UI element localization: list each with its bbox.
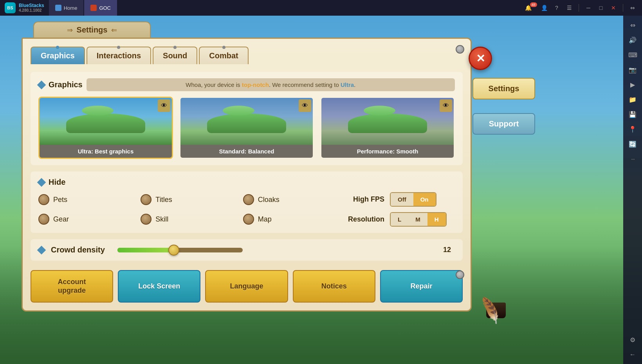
sidebar-record-icon[interactable]: ▶ — [626, 78, 639, 91]
density-slider-thumb[interactable] — [168, 245, 179, 256]
help-btn[interactable]: ? — [552, 3, 561, 13]
notices-button[interactable]: Notices — [293, 270, 375, 303]
panel-support-button[interactable]: Support — [472, 113, 535, 135]
tab-sound[interactable]: Sound — [153, 47, 197, 64]
home-favicon — [55, 5, 61, 11]
hide-option-gear: Gear — [38, 212, 141, 227]
close-button[interactable]: ✕ — [469, 47, 492, 70]
preset-standard[interactable]: 👁 Standard: Balanced — [179, 97, 314, 159]
fps-resolution-controls: High FPS Off On Resolution L M H — [345, 192, 455, 227]
hide-option-map: Map — [243, 212, 345, 227]
radio-gear[interactable] — [38, 214, 49, 225]
density-slider-container — [117, 246, 437, 254]
repair-button[interactable]: Repair — [380, 270, 463, 303]
preset-ultra[interactable]: 👁 Ultra: Best graphics — [38, 97, 173, 159]
tab-combat[interactable]: Combat — [199, 47, 248, 64]
tab-graphics[interactable]: Graphics — [31, 47, 85, 64]
resolution-h-btn[interactable]: H — [427, 213, 446, 226]
diamond-icon-hide — [37, 178, 46, 187]
right-sidebar: ⇔ 🔊 ⌨ 📷 ▶ 📁 💾 📍 🔄 ··· ⚙ ← — [623, 16, 642, 364]
hide-label-gear: Gear — [53, 215, 69, 223]
titlebar: BS BlueStacks 4.280.1.1002 Home GOC 🔔48 … — [0, 0, 642, 16]
island-performance — [348, 114, 427, 133]
settings-title: Settings — [77, 25, 108, 34]
sidebar-save-icon[interactable]: 💾 — [626, 108, 639, 121]
lock-screen-button[interactable]: Lock Screen — [118, 270, 200, 303]
sidebar-location-icon[interactable]: 📍 — [626, 123, 639, 135]
resolution-label: Resolution — [345, 215, 384, 223]
hide-option-cloaks: Cloaks — [243, 192, 345, 207]
account-upgrade-button[interactable]: Accountupgrade — [31, 270, 113, 303]
preview-icon-ultra: 👁 — [158, 99, 170, 112]
sidebar-volume-icon[interactable]: 🔊 — [626, 34, 639, 46]
resolution-m-btn[interactable]: M — [408, 213, 427, 226]
sidebar-rotate-icon[interactable]: 🔄 — [626, 138, 639, 150]
language-button[interactable]: Language — [205, 270, 288, 303]
fps-on-btn[interactable]: On — [413, 193, 436, 206]
tab-dot-graphics — [56, 46, 59, 49]
resolution-toggle-group: L M H — [390, 212, 447, 227]
graphics-section-title: Graphics — [49, 80, 83, 89]
tab-interactions[interactable]: Interactions — [87, 47, 151, 64]
header-arrow-right: ⇐ — [111, 26, 117, 34]
hide-label-pets: Pets — [53, 196, 67, 204]
window-close-btn[interactable]: ✕ — [609, 3, 618, 13]
tab-dot-sound — [173, 46, 177, 49]
preset-performance[interactable]: 👁 Performance: Smooth — [320, 97, 455, 159]
sidebar-folder-icon[interactable]: 📁 — [626, 93, 639, 106]
preview-icon-standard: 👁 — [299, 99, 311, 112]
sidebar-settings-icon[interactable]: ⚙ — [626, 333, 639, 346]
hide-label-cloaks: Cloaks — [258, 196, 280, 204]
hide-label-skill: Skill — [155, 215, 168, 223]
density-slider-track — [117, 248, 243, 252]
resolution-l-btn[interactable]: L — [391, 213, 408, 226]
sidebar-expand-icon[interactable]: ⇔ — [626, 19, 639, 31]
panel-pin-bottom-right — [456, 270, 464, 279]
maximize-btn[interactable]: □ — [596, 3, 606, 13]
app-logo: BS BlueStacks 4.280.1.1002 — [0, 2, 49, 13]
hide-option-skill: Skill — [141, 212, 243, 227]
menu-btn[interactable]: ☰ — [564, 3, 574, 13]
settings-area: ⇒ Settings ⇐ ✕ Graphics Interactions Sou… — [22, 22, 472, 312]
hide-option-titles: Titles — [141, 192, 243, 207]
account-upgrade-label: Accountupgrade — [58, 278, 86, 294]
presets-row: 👁 Ultra: Best graphics 👁 Standard: Balan… — [38, 97, 455, 159]
recommendation-banner: Whoa, your device is top-notch. We recom… — [87, 78, 455, 91]
density-row: Crowd density 12 — [38, 245, 455, 254]
app-version: 4.280.1.1002 — [19, 8, 44, 13]
resolution-row: Resolution L M H — [345, 212, 455, 227]
hide-content: Pets Titles Cloaks Gear — [38, 192, 455, 227]
tab-home-label: Home — [64, 5, 78, 11]
settings-header: ⇒ Settings ⇐ — [33, 22, 151, 38]
sidebar-more-icon[interactable]: ··· — [626, 153, 639, 165]
rec-suffix: . — [354, 81, 355, 88]
expand-btn[interactable]: ⇔ — [628, 3, 637, 13]
preset-ultra-label: Ultra: Best graphics — [40, 145, 172, 158]
sidebar-keyboard-icon[interactable]: ⌨ — [626, 49, 639, 61]
tab-home[interactable]: Home — [49, 0, 84, 16]
header-arrow-left: ⇒ — [67, 26, 73, 34]
high-fps-row: High FPS Off On — [345, 192, 455, 207]
hide-section-title: Hide — [49, 178, 65, 187]
island-standard — [207, 114, 287, 133]
sidebar-camera-icon[interactable]: 📷 — [626, 63, 639, 76]
radio-titles[interactable] — [141, 194, 151, 205]
crowd-density-title: Crowd density — [51, 245, 105, 254]
tab-dot-combat — [222, 46, 225, 49]
panel-settings-button[interactable]: Settings — [472, 78, 535, 99]
settings-panel: ✕ Graphics Interactions Sound Combat — [22, 38, 472, 312]
radio-pets[interactable] — [38, 194, 49, 205]
radio-map[interactable] — [243, 214, 254, 225]
fps-off-btn[interactable]: Off — [391, 193, 413, 206]
preset-standard-label: Standard: Balanced — [180, 145, 313, 158]
account-btn[interactable]: 👤 — [539, 3, 549, 13]
hide-option-pets: Pets — [38, 192, 141, 207]
radio-skill[interactable] — [141, 214, 151, 225]
diamond-icon-density — [37, 245, 46, 254]
minimize-btn[interactable]: ─ — [584, 3, 593, 13]
diamond-icon-graphics — [37, 80, 46, 89]
notification-btn[interactable]: 🔔48 — [527, 3, 536, 13]
sidebar-back-icon[interactable]: ← — [626, 348, 639, 361]
tab-goc[interactable]: GOC — [84, 0, 117, 16]
radio-cloaks[interactable] — [243, 194, 254, 205]
